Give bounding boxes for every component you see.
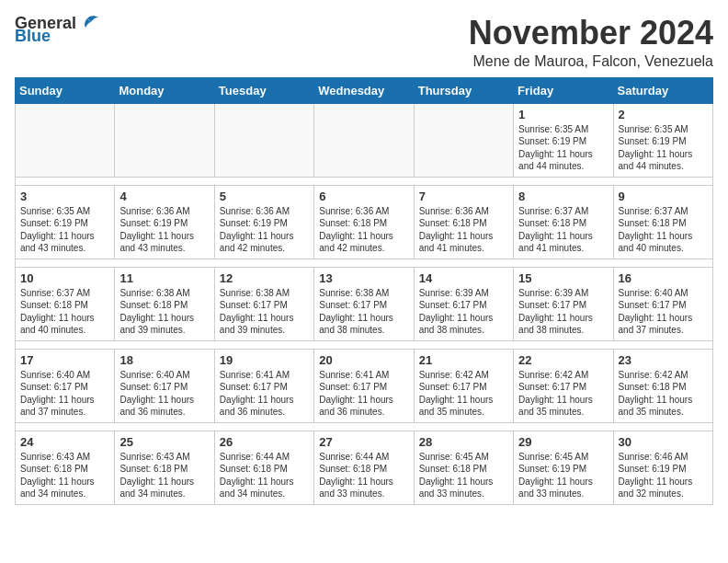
day-number: 3 <box>20 190 109 203</box>
day-number: 22 <box>518 353 608 367</box>
day-number: 24 <box>20 435 109 449</box>
table-row: 25Sunrise: 6:43 AM Sunset: 6:18 PM Dayli… <box>115 431 214 504</box>
day-info: Sunrise: 6:46 AM Sunset: 6:19 PM Dayligh… <box>619 451 708 500</box>
day-info: Sunrise: 6:39 AM Sunset: 6:17 PM Dayligh… <box>518 287 608 337</box>
day-info: Sunrise: 6:43 AM Sunset: 6:18 PM Dayligh… <box>119 451 209 500</box>
table-row: 11Sunrise: 6:38 AM Sunset: 6:18 PM Dayli… <box>115 267 214 340</box>
day-info: Sunrise: 6:35 AM Sunset: 6:19 PM Dayligh… <box>518 123 608 173</box>
day-info: Sunrise: 6:38 AM Sunset: 6:17 PM Dayligh… <box>319 287 408 337</box>
table-row <box>115 103 214 177</box>
table-row <box>414 103 513 177</box>
day-info: Sunrise: 6:42 AM Sunset: 6:18 PM Dayligh… <box>619 369 708 419</box>
day-number: 17 <box>20 353 109 367</box>
table-row: 10Sunrise: 6:37 AM Sunset: 6:18 PM Dayli… <box>16 267 115 340</box>
day-number: 18 <box>119 353 209 367</box>
col-wednesday: Wednesday <box>314 77 414 103</box>
day-number: 13 <box>319 271 408 285</box>
location-title: Mene de Mauroa, Falcon, Venezuela <box>469 53 713 70</box>
table-row: 24Sunrise: 6:43 AM Sunset: 6:18 PM Dayli… <box>16 431 115 504</box>
table-row: 15Sunrise: 6:39 AM Sunset: 6:17 PM Dayli… <box>514 267 613 340</box>
table-row: 16Sunrise: 6:40 AM Sunset: 6:17 PM Dayli… <box>613 267 712 340</box>
day-number: 23 <box>619 353 708 367</box>
day-number: 7 <box>419 190 508 203</box>
row-spacer <box>16 422 713 431</box>
day-info: Sunrise: 6:42 AM Sunset: 6:17 PM Dayligh… <box>419 369 508 419</box>
day-info: Sunrise: 6:45 AM Sunset: 6:18 PM Dayligh… <box>419 451 508 500</box>
day-info: Sunrise: 6:44 AM Sunset: 6:18 PM Dayligh… <box>220 451 309 500</box>
table-row: 9Sunrise: 6:37 AM Sunset: 6:18 PM Daylig… <box>613 185 712 259</box>
day-number: 20 <box>319 353 408 367</box>
day-number: 1 <box>518 108 608 121</box>
col-saturday: Saturday <box>613 77 712 103</box>
table-row: 6Sunrise: 6:36 AM Sunset: 6:18 PM Daylig… <box>314 185 414 259</box>
day-info: Sunrise: 6:37 AM Sunset: 6:18 PM Dayligh… <box>20 287 109 337</box>
table-row: 21Sunrise: 6:42 AM Sunset: 6:17 PM Dayli… <box>414 349 513 422</box>
day-info: Sunrise: 6:36 AM Sunset: 6:19 PM Dayligh… <box>220 205 309 255</box>
table-row: 8Sunrise: 6:37 AM Sunset: 6:18 PM Daylig… <box>514 185 613 259</box>
day-info: Sunrise: 6:35 AM Sunset: 6:19 PM Dayligh… <box>619 123 708 173</box>
table-row: 28Sunrise: 6:45 AM Sunset: 6:18 PM Dayli… <box>414 431 513 504</box>
day-info: Sunrise: 6:41 AM Sunset: 6:17 PM Dayligh… <box>319 369 408 419</box>
logo-bird-icon <box>78 15 98 31</box>
day-number: 10 <box>20 271 109 285</box>
day-info: Sunrise: 6:40 AM Sunset: 6:17 PM Dayligh… <box>619 287 708 337</box>
table-row: 19Sunrise: 6:41 AM Sunset: 6:17 PM Dayli… <box>214 349 313 422</box>
day-info: Sunrise: 6:45 AM Sunset: 6:19 PM Dayligh… <box>518 451 608 500</box>
calendar-table: Sunday Monday Tuesday Wednesday Thursday… <box>15 77 713 505</box>
day-number: 28 <box>419 435 508 449</box>
table-row: 22Sunrise: 6:42 AM Sunset: 6:17 PM Dayli… <box>514 349 613 422</box>
day-number: 11 <box>119 271 209 285</box>
day-info: Sunrise: 6:39 AM Sunset: 6:17 PM Dayligh… <box>419 287 508 337</box>
page-header: General Blue November 2024 Mene de Mauro… <box>15 15 713 70</box>
day-number: 25 <box>119 435 209 449</box>
col-sunday: Sunday <box>16 77 115 103</box>
day-info: Sunrise: 6:38 AM Sunset: 6:18 PM Dayligh… <box>119 287 209 337</box>
table-row <box>16 103 115 177</box>
day-number: 12 <box>220 271 309 285</box>
table-row <box>214 103 313 177</box>
month-title: November 2024 <box>469 15 713 52</box>
table-row: 4Sunrise: 6:36 AM Sunset: 6:19 PM Daylig… <box>115 185 214 259</box>
day-info: Sunrise: 6:42 AM Sunset: 6:17 PM Dayligh… <box>518 369 608 419</box>
table-row: 7Sunrise: 6:36 AM Sunset: 6:18 PM Daylig… <box>414 185 513 259</box>
calendar-week-row: 24Sunrise: 6:43 AM Sunset: 6:18 PM Dayli… <box>16 431 713 504</box>
day-info: Sunrise: 6:36 AM Sunset: 6:18 PM Dayligh… <box>319 205 408 255</box>
day-number: 21 <box>419 353 508 367</box>
table-row: 12Sunrise: 6:38 AM Sunset: 6:17 PM Dayli… <box>214 267 313 340</box>
day-info: Sunrise: 6:37 AM Sunset: 6:18 PM Dayligh… <box>619 205 708 255</box>
col-monday: Monday <box>115 77 214 103</box>
table-row: 29Sunrise: 6:45 AM Sunset: 6:19 PM Dayli… <box>514 431 613 504</box>
day-number: 2 <box>619 108 708 121</box>
day-number: 4 <box>119 190 209 203</box>
col-thursday: Thursday <box>414 77 513 103</box>
day-info: Sunrise: 6:36 AM Sunset: 6:19 PM Dayligh… <box>119 205 209 255</box>
day-number: 30 <box>619 435 708 449</box>
day-info: Sunrise: 6:40 AM Sunset: 6:17 PM Dayligh… <box>119 369 209 419</box>
day-number: 5 <box>220 190 309 203</box>
day-info: Sunrise: 6:37 AM Sunset: 6:18 PM Dayligh… <box>518 205 608 255</box>
row-spacer <box>16 340 713 349</box>
day-info: Sunrise: 6:35 AM Sunset: 6:19 PM Dayligh… <box>20 205 109 255</box>
table-row: 23Sunrise: 6:42 AM Sunset: 6:18 PM Dayli… <box>613 349 712 422</box>
day-info: Sunrise: 6:38 AM Sunset: 6:17 PM Dayligh… <box>220 287 309 337</box>
day-info: Sunrise: 6:36 AM Sunset: 6:18 PM Dayligh… <box>419 205 508 255</box>
day-number: 29 <box>518 435 608 449</box>
day-info: Sunrise: 6:41 AM Sunset: 6:17 PM Dayligh… <box>220 369 309 419</box>
calendar-week-row: 1Sunrise: 6:35 AM Sunset: 6:19 PM Daylig… <box>16 103 713 177</box>
day-number: 19 <box>220 353 309 367</box>
title-section: November 2024 Mene de Mauroa, Falcon, Ve… <box>469 15 713 70</box>
calendar-header-row: Sunday Monday Tuesday Wednesday Thursday… <box>16 77 713 103</box>
table-row: 18Sunrise: 6:40 AM Sunset: 6:17 PM Dayli… <box>115 349 214 422</box>
table-row: 30Sunrise: 6:46 AM Sunset: 6:19 PM Dayli… <box>613 431 712 504</box>
day-number: 9 <box>619 190 708 203</box>
row-spacer <box>16 177 713 185</box>
calendar-week-row: 10Sunrise: 6:37 AM Sunset: 6:18 PM Dayli… <box>16 267 713 340</box>
table-row: 27Sunrise: 6:44 AM Sunset: 6:18 PM Dayli… <box>314 431 414 504</box>
table-row: 3Sunrise: 6:35 AM Sunset: 6:19 PM Daylig… <box>16 185 115 259</box>
col-tuesday: Tuesday <box>214 77 313 103</box>
table-row: 2Sunrise: 6:35 AM Sunset: 6:19 PM Daylig… <box>613 103 712 177</box>
logo: General Blue <box>15 15 98 44</box>
table-row: 13Sunrise: 6:38 AM Sunset: 6:17 PM Dayli… <box>314 267 414 340</box>
logo-blue: Blue <box>15 28 51 44</box>
day-number: 26 <box>220 435 309 449</box>
